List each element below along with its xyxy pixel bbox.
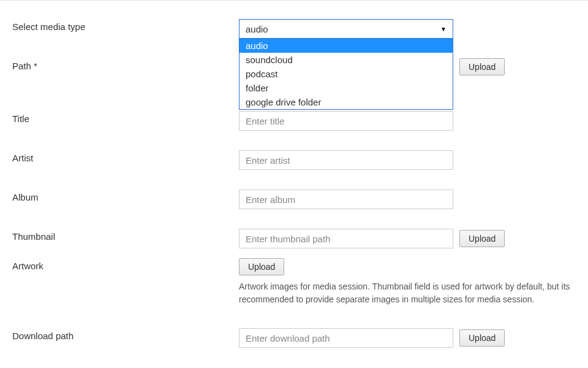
- artwork-upload-button[interactable]: Upload: [239, 258, 284, 275]
- title-input[interactable]: [239, 111, 453, 131]
- download-path-upload-button[interactable]: Upload: [459, 329, 505, 347]
- field-title: [239, 111, 576, 131]
- artwork-help-text: Artwork images for media session. Thumbn…: [239, 280, 576, 306]
- album-input[interactable]: [239, 190, 453, 209]
- download-path-input[interactable]: [239, 328, 453, 348]
- field-thumbnail: Upload: [239, 229, 576, 248]
- media-type-select-wrapper: audio ▼ audio soundcloud podcast folder …: [239, 19, 453, 39]
- option-audio[interactable]: audio: [239, 39, 453, 53]
- label-album: Album: [12, 190, 239, 202]
- label-path: Path *: [12, 58, 239, 71]
- row-thumbnail: Thumbnail Upload: [12, 229, 576, 248]
- label-thumbnail: Thumbnail: [12, 229, 239, 242]
- path-upload-button[interactable]: Upload: [459, 58, 505, 75]
- thumbnail-upload-button[interactable]: Upload: [459, 230, 505, 247]
- media-type-dropdown: audio soundcloud podcast folder google d…: [239, 38, 453, 110]
- media-type-selected-value: audio: [246, 24, 268, 34]
- field-download-path: Upload: [239, 328, 576, 348]
- field-media-type: audio ▼ audio soundcloud podcast folder …: [239, 19, 576, 39]
- row-media-type: Select media type audio ▼ audio soundclo…: [12, 19, 576, 39]
- label-artist: Artist: [12, 150, 239, 163]
- chevron-down-icon: ▼: [440, 26, 447, 33]
- field-artwork: Upload Artwork images for media session.…: [239, 258, 576, 306]
- field-album: [239, 190, 576, 209]
- row-album: Album: [12, 190, 576, 209]
- option-google-drive-folder[interactable]: google drive folder: [239, 95, 453, 109]
- row-artwork: Artwork Upload Artwork images for media …: [12, 258, 576, 306]
- artist-input[interactable]: [239, 150, 453, 170]
- thumbnail-input[interactable]: [239, 229, 453, 248]
- field-artist: [239, 150, 576, 170]
- option-soundcloud[interactable]: soundcloud: [239, 53, 453, 67]
- option-podcast[interactable]: podcast: [239, 67, 453, 81]
- label-download-path: Download path: [12, 328, 239, 341]
- label-title: Title: [12, 111, 239, 124]
- media-type-select[interactable]: audio ▼: [239, 19, 453, 39]
- label-media-type: Select media type: [12, 19, 239, 32]
- label-artwork: Artwork: [12, 258, 239, 271]
- form-container: Select media type audio ▼ audio soundclo…: [0, 0, 588, 368]
- row-title: Title: [12, 111, 576, 131]
- option-folder[interactable]: folder: [239, 81, 453, 95]
- row-download-path: Download path Upload: [12, 328, 576, 348]
- row-artist: Artist: [12, 150, 576, 170]
